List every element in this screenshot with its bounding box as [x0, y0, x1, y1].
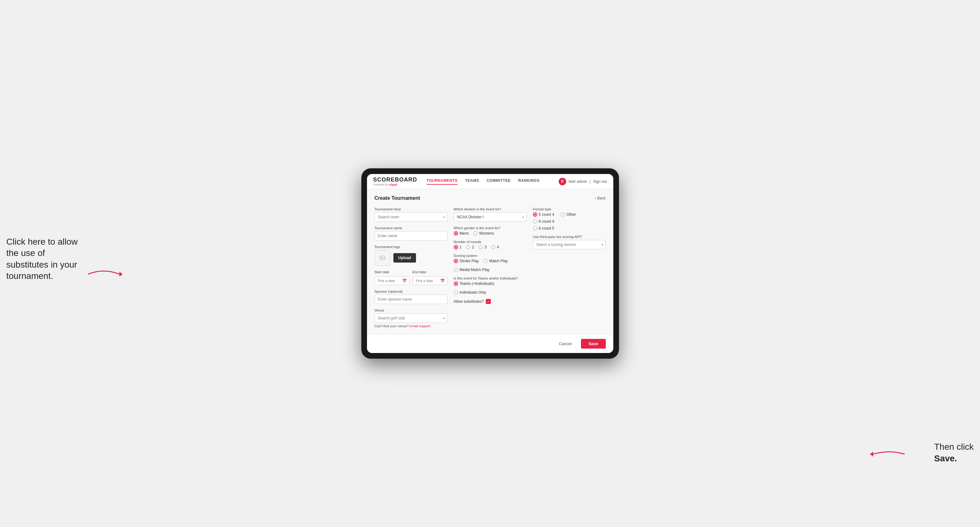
scoring-medal-radio[interactable]	[454, 268, 458, 272]
start-date-label: Start date	[374, 270, 409, 274]
format-6count4-radio[interactable]	[533, 219, 537, 224]
powered-by-text: Powered by	[373, 183, 388, 186]
scoring-api-field: Use third-party live scoring API?	[533, 235, 606, 249]
cancel-button[interactable]: Cancel	[553, 339, 578, 349]
teams-individuals[interactable]: Individuals Only	[454, 290, 487, 295]
rounds-1-label: 1	[460, 245, 462, 249]
save-button[interactable]: Save	[581, 339, 606, 349]
logo-scoreboard: SCOREBOARD	[373, 176, 417, 183]
division-label: Which division is the event for?	[454, 207, 527, 211]
venue-input[interactable]	[374, 313, 447, 323]
venue-field: Venue Can't find your venue? email suppo…	[374, 308, 447, 328]
gender-womens-label: Womens	[479, 231, 494, 235]
teams-plus[interactable]: Teams (+Individuals)	[454, 281, 494, 286]
teams-plus-radio[interactable]	[454, 281, 458, 286]
logo-upload-area: Upload	[374, 250, 447, 266]
upload-button[interactable]: Upload	[393, 253, 416, 263]
tournament-name-field: Tournament name	[374, 226, 447, 241]
tournament-host-input[interactable]	[374, 212, 447, 222]
tournament-name-label: Tournament name	[374, 226, 447, 230]
rounds-3-radio[interactable]	[479, 245, 483, 249]
rounds-1[interactable]: 1	[454, 245, 462, 249]
rounds-4-label: 4	[497, 245, 499, 249]
scoring-label: Scoring system	[454, 254, 527, 257]
scoring-match-radio[interactable]	[483, 259, 488, 263]
form-section-middle: Which division is the event for? NCAA Di…	[454, 207, 527, 328]
gender-mens[interactable]: Mens	[454, 231, 469, 235]
format-row-1: 5 count 4 Other	[533, 212, 606, 217]
format-6count5[interactable]: 6 count 5	[533, 226, 554, 230]
arrow-left-icon	[85, 265, 123, 284]
gender-womens[interactable]: Womens	[473, 231, 494, 235]
tournament-name-input[interactable]	[374, 231, 447, 241]
format-6count5-radio[interactable]	[533, 226, 537, 230]
rounds-2-label: 2	[472, 245, 474, 249]
tournament-host-label: Tournament Host	[374, 207, 447, 211]
scoring-match[interactable]: Match Play	[483, 259, 508, 263]
scoring-service-wrap	[533, 240, 606, 249]
rounds-3-label: 3	[485, 245, 487, 249]
nav-tournaments[interactable]: TOURNAMENTS	[427, 178, 458, 185]
tournament-host-field: Tournament Host	[374, 207, 447, 222]
scoring-medal[interactable]: Medal Match Play	[454, 268, 490, 272]
annotation-right-text1: Then click	[934, 442, 974, 452]
nav-bar: SCOREBOARD Powered by clippd TOURNAMENTS…	[367, 174, 613, 189]
format-row-3: 6 count 5	[533, 226, 606, 230]
nav-committee[interactable]: COMMITTEE	[487, 178, 511, 185]
format-5count4-radio[interactable]	[533, 212, 537, 217]
rounds-3[interactable]: 3	[479, 245, 487, 249]
rounds-label: Number of rounds	[454, 240, 527, 244]
back-link[interactable]: ‹ Back	[595, 196, 606, 200]
gender-womens-radio[interactable]	[473, 231, 477, 235]
substitutes-field: Allow substitutes? ✓	[454, 299, 527, 304]
venue-helper-text: Can't find your venue?	[374, 324, 409, 328]
date-fields: Start date 📅 End date 📅	[374, 270, 447, 285]
nav-teams[interactable]: TEAMS	[465, 178, 479, 185]
venue-select-wrap	[374, 313, 447, 323]
svg-marker-0	[119, 271, 123, 277]
signout-link[interactable]: Sign out	[593, 179, 607, 184]
rounds-4-radio[interactable]	[491, 245, 495, 249]
calendar-end-icon: 📅	[440, 279, 445, 283]
logo-area: SCOREBOARD Powered by clippd	[373, 176, 417, 186]
gender-field: Which gender is the event for? Mens Wome…	[454, 226, 527, 235]
scoring-service-input[interactable]	[533, 240, 606, 249]
teams-field: Is this event for Teams and/or Individua…	[454, 276, 527, 295]
format-6count5-label: 6 count 5	[539, 226, 554, 230]
scoring-match-label: Match Play	[489, 259, 508, 263]
division-select[interactable]: NCAA Division I NCAA Division II NCAA Di…	[454, 212, 527, 222]
gender-mens-radio[interactable]	[454, 231, 458, 235]
page-header: Create Tournament ‹ Back	[374, 195, 606, 201]
svg-marker-1	[870, 452, 873, 457]
substitutes-label[interactable]: Allow substitutes? ✓	[454, 299, 527, 304]
rounds-4[interactable]: 4	[491, 245, 499, 249]
venue-email-link[interactable]: email support	[410, 324, 430, 328]
teams-label: Is this event for Teams and/or Individua…	[454, 276, 527, 280]
division-field: Which division is the event for? NCAA Di…	[454, 207, 527, 222]
annotation-right: Then click Save.	[934, 441, 974, 464]
format-other[interactable]: Other	[560, 212, 576, 217]
division-select-wrap: NCAA Division I NCAA Division II NCAA Di…	[454, 212, 527, 222]
scoring-stroke-radio[interactable]	[454, 259, 458, 263]
end-date-field: End date 📅	[412, 270, 447, 285]
start-date-wrap: 📅	[374, 276, 409, 285]
format-other-label: Other	[566, 212, 576, 217]
nav-rankings[interactable]: RANKINGS	[518, 178, 539, 185]
form-footer: Cancel Save	[367, 334, 613, 353]
page-content: Create Tournament ‹ Back Tournament Host…	[367, 189, 613, 334]
rounds-1-radio[interactable]	[454, 245, 458, 249]
format-other-radio[interactable]	[560, 212, 565, 217]
substitutes-text: Allow substitutes?	[454, 299, 484, 304]
substitutes-checkbox[interactable]: ✓	[486, 299, 491, 304]
format-5count4[interactable]: 5 count 4	[533, 212, 554, 217]
sponsor-input[interactable]	[374, 295, 447, 304]
rounds-2-radio[interactable]	[466, 245, 470, 249]
format-label: Format type	[533, 207, 606, 211]
scoring-radio-group: Stroke Play Match Play Medal Match Play	[454, 259, 527, 272]
avatar: B	[558, 178, 566, 185]
teams-individuals-radio[interactable]	[454, 290, 458, 295]
scoring-medal-label: Medal Match Play	[460, 268, 490, 272]
rounds-2[interactable]: 2	[466, 245, 474, 249]
scoring-stroke[interactable]: Stroke Play	[454, 259, 479, 263]
format-6count4[interactable]: 6 count 4	[533, 219, 554, 224]
